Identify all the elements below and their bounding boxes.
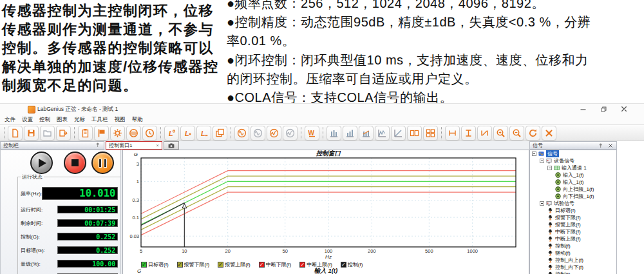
level-high-button[interactable]: L [164,126,179,141]
pin-icon[interactable] [598,142,604,149]
new-file-button[interactable] [8,126,23,141]
sweep-wave-button[interactable] [267,126,281,141]
tree-item-向下扫频_1(f)[interactable]: 向下扫频_1(f) [530,193,616,200]
svg-text:L: L [169,130,173,137]
tab-control-window[interactable]: 控制窗口1× [106,141,162,150]
run-status-title: 运行状态 [21,173,44,181]
v-cursor-button[interactable] [461,126,476,141]
sine-wave-button[interactable] [234,126,249,141]
menu-item-7[interactable]: 视图 [115,116,126,124]
menu-item-3[interactable]: 控制 [39,116,50,124]
tree-item-试验信号[interactable]: 试验信号 [530,200,616,207]
doc-text-line: 传感器控制为主控制闭环，位移 [2,1,224,20]
tree-item-报警下限(f)[interactable]: 报警下限(f) [530,214,616,221]
save-button[interactable] [24,126,39,141]
tree-item-label: 中断上限(f) [555,235,581,242]
clear-button[interactable] [542,126,556,141]
tree-item-控制_向上(f)[interactable]: 控制_向上(f) [530,257,616,264]
close-button[interactable] [616,104,632,113]
spectrum-button[interactable] [375,126,390,141]
level-low-button[interactable]: L [196,126,211,141]
bar-chart-button[interactable] [327,126,341,141]
close-icon[interactable] [607,142,614,149]
zoom-in-button[interactable] [493,126,508,141]
tree-item-输入_1(t)[interactable]: 输入_1(t) [530,179,616,186]
tree-item-控制(f)[interactable]: 控制(f) [530,242,616,250]
h-cursor-button[interactable] [445,126,460,141]
pin-icon[interactable] [95,142,101,148]
pause-button[interactable] [91,152,114,174]
tree-item-输入_1(f)[interactable]: 输入_1(f) [530,171,616,179]
menu-item-1[interactable]: 文件 [5,116,15,124]
tab-close-icon[interactable]: × [156,143,159,148]
tree-item-信号[interactable]: 信号 [530,150,616,157]
level-mid-button[interactable]: L [180,126,195,141]
play-button[interactable] [30,152,53,174]
control-spectrum-chart[interactable]: 控制窗口G310.30.10.0351020501002005001000Hz [123,150,529,260]
tab-snapshot[interactable] [164,141,179,150]
expand-toggle[interactable] [547,166,552,170]
open-folder-button[interactable] [40,126,55,141]
sine-wave-button[interactable] [251,126,265,141]
layout-4-button[interactable] [423,126,438,141]
report-button[interactable] [78,126,93,141]
minimize-button[interactable] [574,104,591,113]
run-status-row: 剩余时间:00:07:39 [21,219,118,227]
tree-item-中断上限(f)[interactable]: 中断上限(f) [530,235,616,242]
pin-icon[interactable] [95,142,101,150]
menu-item-2[interactable]: 设置 [22,116,33,124]
slope-button[interactable] [391,126,406,141]
slope-cursor-button[interactable] [477,126,492,141]
expand-toggle[interactable] [540,201,544,206]
copy-window-button[interactable] [213,126,227,141]
stop-button[interactable] [64,152,86,174]
tree-item-向上扫频_1(f)[interactable]: 向上扫频_1(f) [530,186,616,193]
close-icon [620,104,629,113]
doc-bullet-line: 的闭环控制。压缩率可自适应或用户定义。 [227,70,644,88]
tree-item-label: 输入_1(f) [563,171,583,179]
field-label: 运行时间: [21,206,43,213]
expand-toggle[interactable] [540,159,544,163]
input-signal-icon [555,172,561,178]
menu-item-6[interactable]: 工具栏 [91,116,108,124]
led-value-display: 00:07:39 [57,219,118,227]
tree-item-输入通道 1[interactable]: 输入通道 1 [530,164,616,171]
menu-item-5[interactable]: 光标 [74,116,85,124]
device-icon [546,201,552,206]
flag-button[interactable] [94,126,109,141]
tree-item-目标谱(f)[interactable]: 目标谱(f) [530,207,616,214]
restore-button[interactable] [595,104,612,113]
word-export-button[interactable]: W [305,126,319,141]
tree-item-控制(t)[interactable]: 控制(t) [530,271,616,274]
bar-chart3-button[interactable] [359,126,374,141]
bar-chart2-button[interactable] [343,126,357,141]
tree-item-label: 报警上限(f) [555,221,581,228]
sweep-wave-button[interactable] [283,126,298,141]
clock-button[interactable] [142,126,157,141]
expand-toggle[interactable] [532,152,536,156]
export-button[interactable] [56,126,71,141]
stripes-button[interactable] [126,126,141,141]
tree-item-报警上限(f)[interactable]: 报警上限(f) [530,221,616,228]
tree-item-中断下限(f)[interactable]: 中断下限(f) [530,228,616,235]
tree-item-label: 驱动(f) [555,250,571,257]
menu-item-4[interactable]: 图表 [57,116,68,124]
refresh-button[interactable] [526,126,540,141]
toolbar-separator [301,127,301,139]
tree-item-label: 向上扫频_1(f) [563,186,594,193]
tree-item-控制_向下(f)[interactable]: 控制_向下(f) [530,264,616,271]
run-status-row: 频率(Hz):10.010 [21,187,118,200]
layout-2-button[interactable] [407,126,422,141]
tree-item-label: 报警下限(f) [555,214,581,221]
doc-text-line: 控制。多传感器的控制策略可以 [2,39,224,57]
run-status-group: 运行状态 频率(Hz):10.010运行时间:00:01:25剩余时间:00:0… [17,173,121,274]
menu-item-8[interactable]: 帮助 [132,116,143,124]
tree-item-驱动(f)[interactable]: 驱动(f) [530,250,616,257]
channel-icon [554,165,560,171]
settings-gear-button[interactable] [110,126,125,141]
doc-bullet-line: ●控制精度：动态范围95dB，精度±1dB，失真度<0.3 %，分辨 [227,13,644,32]
tree-item-设备信号[interactable]: 设备信号 [530,157,616,164]
svg-text:100: 100 [325,248,333,254]
zoom-out-button[interactable] [509,126,524,141]
svg-text:G: G [134,152,138,157]
